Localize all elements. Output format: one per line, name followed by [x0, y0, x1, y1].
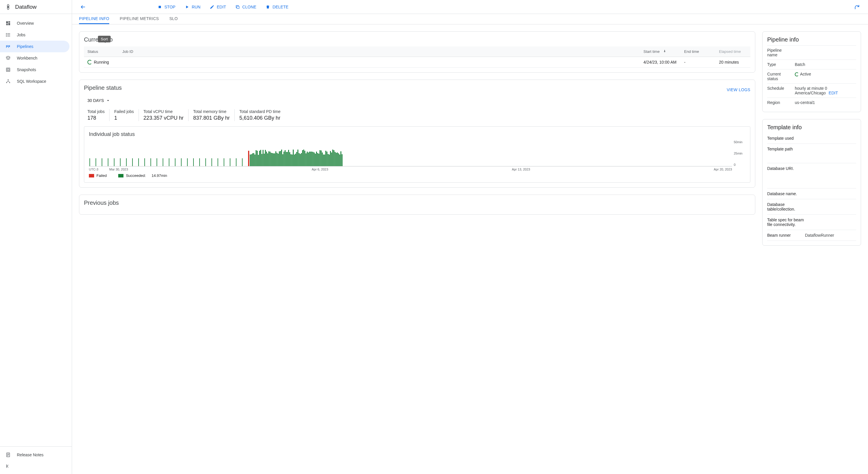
tabs: PIPELINE INFO PIPELINE METRICS SLO — [72, 14, 868, 24]
nav-overview[interactable]: Overview — [0, 18, 72, 29]
dataflow-product-icon — [5, 3, 11, 10]
view-logs-link[interactable]: VIEW LOGS — [727, 88, 750, 92]
stop-button[interactable]: STOP — [153, 2, 180, 11]
svg-rect-10 — [7, 36, 10, 37]
delete-button[interactable]: DELETE — [261, 2, 292, 11]
pipeline-status-card: Pipeline status VIEW LOGS 30 DAYS Total … — [79, 80, 755, 188]
nav-pipelines[interactable]: Pipelines — [0, 41, 69, 52]
arrow-down-icon — [663, 50, 666, 54]
workbench-icon — [5, 55, 11, 61]
trash-icon — [266, 5, 270, 9]
legend-succeeded-swatch — [118, 174, 123, 178]
previous-jobs-title: Previous jobs — [84, 199, 750, 206]
tab-pipeline-info[interactable]: PIPELINE INFO — [79, 14, 109, 24]
product-header: Dataflow — [0, 0, 72, 14]
chart-legend: Failed Succeeded: 14.97min — [89, 173, 745, 178]
run-button[interactable]: RUN — [181, 2, 205, 11]
svg-rect-12 — [7, 69, 9, 70]
legend-failed-swatch — [89, 174, 94, 178]
nav-sql-workspace[interactable]: SQL Workspace — [0, 75, 72, 87]
previous-jobs-card: Previous jobs — [79, 195, 755, 215]
chart-title: Individual job status — [89, 131, 745, 137]
svg-point-14 — [6, 82, 7, 83]
sidebar: Dataflow Overview Jobs Pipelines Workben… — [0, 0, 72, 474]
tab-slo[interactable]: SLO — [169, 14, 178, 24]
pipeline-status-title: Pipeline status — [84, 85, 122, 91]
current-job-table: Status Job ID Start time End time Elapse… — [84, 46, 750, 68]
chart-card: Individual job status 50min 25min 0 UTC-… — [84, 126, 750, 183]
nav-snapshots[interactable]: Snapshots — [0, 64, 72, 75]
nav: Overview Jobs Pipelines Workbench Snapsh… — [0, 14, 72, 446]
arrow-left-icon — [80, 4, 86, 10]
col-end[interactable]: End time — [681, 46, 715, 57]
play-icon — [185, 5, 189, 9]
content: Current job Sort Status Job ID Start tim… — [72, 24, 868, 474]
template-info-title: Template info — [767, 124, 856, 131]
svg-rect-1 — [6, 21, 8, 24]
sidebar-footer: Release Notes — [0, 446, 72, 474]
pipeline-info-title: Pipeline info — [767, 36, 856, 43]
edit-schedule-link[interactable]: EDIT — [829, 91, 838, 95]
svg-rect-11 — [6, 68, 10, 71]
svg-point-13 — [8, 79, 9, 80]
chart-plot — [89, 140, 732, 166]
back-button[interactable] — [78, 2, 88, 12]
list-icon — [5, 32, 11, 38]
toolbar: STOP RUN EDIT CLONE DELETE — [72, 0, 868, 14]
range-dropdown[interactable]: 30 DAYS — [87, 96, 111, 104]
nav-jobs[interactable]: Jobs — [0, 29, 72, 41]
status-cell: Running — [87, 60, 115, 64]
template-info-card: Template info Template used Template pat… — [762, 119, 861, 246]
svg-rect-4 — [6, 24, 8, 25]
stop-icon — [157, 5, 162, 9]
col-jobid[interactable]: Job ID — [119, 46, 640, 57]
svg-point-7 — [6, 35, 7, 35]
collapse-sidebar[interactable] — [0, 461, 72, 472]
svg-rect-8 — [7, 35, 10, 35]
svg-point-5 — [6, 33, 7, 34]
snapshot-icon — [5, 67, 11, 73]
svg-rect-24 — [237, 6, 239, 8]
col-status[interactable]: Status — [84, 46, 119, 57]
nav-label: Pipelines — [17, 44, 33, 49]
pipelines-icon — [5, 43, 11, 50]
refresh-button[interactable] — [852, 2, 862, 12]
chevron-down-icon — [106, 98, 111, 103]
col-start[interactable]: Start time — [640, 46, 681, 57]
spinner-icon — [87, 60, 92, 64]
main: STOP RUN EDIT CLONE DELETE — [72, 0, 868, 474]
table-row: Running 4/24/23, 10:00 AM - 20 minutes — [84, 57, 750, 68]
product-name: Dataflow — [15, 4, 37, 10]
svg-rect-6 — [7, 33, 10, 34]
edit-button[interactable]: EDIT — [206, 2, 230, 11]
nav-label: Workbench — [17, 56, 37, 60]
nav-workbench[interactable]: Workbench — [0, 52, 72, 64]
notes-icon — [5, 452, 11, 458]
clone-button[interactable]: CLONE — [231, 2, 260, 11]
nav-label: Snapshots — [17, 67, 36, 72]
nav-label: SQL Workspace — [17, 79, 46, 84]
tab-pipeline-metrics[interactable]: PIPELINE METRICS — [120, 14, 159, 24]
refresh-icon — [854, 4, 860, 10]
svg-rect-23 — [159, 6, 161, 8]
svg-rect-16 — [8, 80, 8, 82]
metrics-row: Total jobs178 Failed jobs1 Total vCPU ti… — [87, 109, 750, 121]
current-job-card: Current job Sort Status Job ID Start tim… — [79, 31, 755, 73]
nav-release-notes[interactable]: Release Notes — [0, 449, 72, 461]
nav-label: Overview — [17, 21, 34, 26]
sql-icon — [5, 78, 11, 84]
spinner-icon — [795, 72, 799, 76]
svg-point-15 — [9, 82, 10, 83]
pencil-icon — [210, 5, 214, 9]
nav-label: Release Notes — [17, 452, 43, 457]
dashboard-icon — [5, 20, 11, 26]
pipeline-info-card: Pipeline info Pipeline name TypeBatch Cu… — [762, 31, 861, 112]
svg-rect-2 — [8, 21, 10, 23]
svg-rect-3 — [8, 23, 10, 25]
nav-label: Jobs — [17, 33, 26, 37]
col-elapsed[interactable]: Elapsed time — [715, 46, 750, 57]
sort-tooltip: Sort — [98, 36, 111, 42]
chevron-left-icon — [5, 464, 10, 469]
svg-point-9 — [6, 36, 7, 37]
clone-icon — [235, 5, 240, 9]
